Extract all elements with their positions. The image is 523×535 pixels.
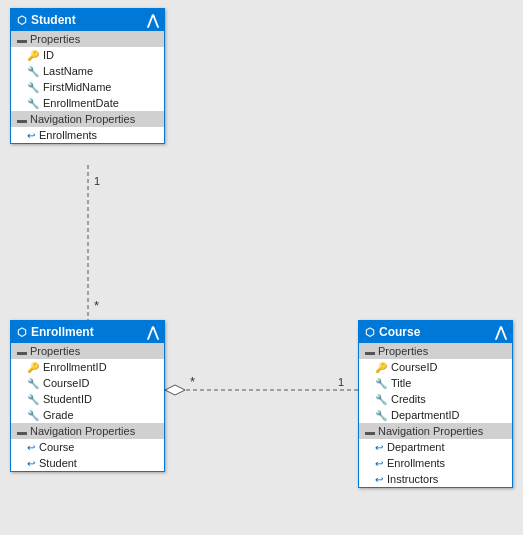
course-entity-icon: ⬡ bbox=[365, 326, 375, 339]
prop-icon: 🔧 bbox=[27, 82, 39, 93]
prop-icon: 🔧 bbox=[27, 378, 39, 389]
student-properties-header[interactable]: ▬ Properties bbox=[11, 31, 164, 47]
entity-enrollment: ⬡ Enrollment ⋀ ▬ Properties 🔑 Enrollment… bbox=[10, 320, 165, 472]
entity-course-title: Course bbox=[379, 325, 420, 339]
enrollment-nav-student: ↩ Student bbox=[11, 455, 164, 471]
course-prop-credits: 🔧 Credits bbox=[359, 391, 512, 407]
prop-icon: 🔧 bbox=[27, 98, 39, 109]
prop-icon: 🔧 bbox=[375, 378, 387, 389]
key-icon: 🔑 bbox=[375, 362, 387, 373]
course-properties-header[interactable]: ▬ Properties bbox=[359, 343, 512, 359]
student-nav-enrollments: ↩ Enrollments bbox=[11, 127, 164, 143]
diagram-canvas: 1 * * 1 ⬡ Student ⋀ ▬ Properties 🔑 ID 🔧 bbox=[0, 0, 523, 535]
course-collapse-btn[interactable]: ⋀ bbox=[495, 325, 506, 339]
nav-icon: ↩ bbox=[375, 474, 383, 485]
svg-text:*: * bbox=[94, 298, 99, 313]
student-prop-id: 🔑 ID bbox=[11, 47, 164, 63]
enrollment-prop-grade: 🔧 Grade bbox=[11, 407, 164, 423]
svg-text:*: * bbox=[190, 374, 195, 389]
prop-icon: 🔧 bbox=[27, 410, 39, 421]
course-prop-id: 🔑 CourseID bbox=[359, 359, 512, 375]
svg-marker-4 bbox=[165, 385, 185, 395]
student-navprops-header[interactable]: ▬ Navigation Properties bbox=[11, 111, 164, 127]
student-prop-enrollmentdate: 🔧 EnrollmentDate bbox=[11, 95, 164, 111]
entity-student-header[interactable]: ⬡ Student ⋀ bbox=[11, 9, 164, 31]
enrollment-entity-icon: ⬡ bbox=[17, 326, 27, 339]
entity-enrollment-header[interactable]: ⬡ Enrollment ⋀ bbox=[11, 321, 164, 343]
entity-enrollment-title: Enrollment bbox=[31, 325, 94, 339]
enrollment-navprops-header[interactable]: ▬ Navigation Properties bbox=[11, 423, 164, 439]
enrollment-properties-header[interactable]: ▬ Properties bbox=[11, 343, 164, 359]
course-navprops-header[interactable]: ▬ Navigation Properties bbox=[359, 423, 512, 439]
nav-icon: ↩ bbox=[27, 130, 35, 141]
course-nav-instructors: ↩ Instructors bbox=[359, 471, 512, 487]
nav-icon: ↩ bbox=[27, 442, 35, 453]
prop-icon: 🔧 bbox=[375, 410, 387, 421]
enrollment-collapse-btn[interactable]: ⋀ bbox=[147, 325, 158, 339]
prop-icon: 🔧 bbox=[27, 66, 39, 77]
course-prop-departmentid: 🔧 DepartmentID bbox=[359, 407, 512, 423]
course-nav-department: ↩ Department bbox=[359, 439, 512, 455]
entity-student: ⬡ Student ⋀ ▬ Properties 🔑 ID 🔧 LastName… bbox=[10, 8, 165, 144]
entity-course: ⬡ Course ⋀ ▬ Properties 🔑 CourseID 🔧 Tit… bbox=[358, 320, 513, 488]
enrollment-prop-id: 🔑 EnrollmentID bbox=[11, 359, 164, 375]
nav-icon: ↩ bbox=[375, 458, 383, 469]
entity-course-header[interactable]: ⬡ Course ⋀ bbox=[359, 321, 512, 343]
enrollment-nav-course: ↩ Course bbox=[11, 439, 164, 455]
student-entity-icon: ⬡ bbox=[17, 14, 27, 27]
enrollment-prop-courseid: 🔧 CourseID bbox=[11, 375, 164, 391]
prop-icon: 🔧 bbox=[27, 394, 39, 405]
prop-icon: 🔧 bbox=[375, 394, 387, 405]
svg-text:1: 1 bbox=[338, 376, 344, 388]
course-nav-enrollments: ↩ Enrollments bbox=[359, 455, 512, 471]
svg-text:1: 1 bbox=[94, 175, 100, 187]
student-prop-lastname: 🔧 LastName bbox=[11, 63, 164, 79]
student-prop-firstmidname: 🔧 FirstMidName bbox=[11, 79, 164, 95]
nav-icon: ↩ bbox=[375, 442, 383, 453]
nav-icon: ↩ bbox=[27, 458, 35, 469]
student-collapse-btn[interactable]: ⋀ bbox=[147, 13, 158, 27]
key-icon: 🔑 bbox=[27, 362, 39, 373]
enrollment-prop-studentid: 🔧 StudentID bbox=[11, 391, 164, 407]
key-icon: 🔑 bbox=[27, 50, 39, 61]
course-prop-title: 🔧 Title bbox=[359, 375, 512, 391]
entity-student-title: Student bbox=[31, 13, 76, 27]
